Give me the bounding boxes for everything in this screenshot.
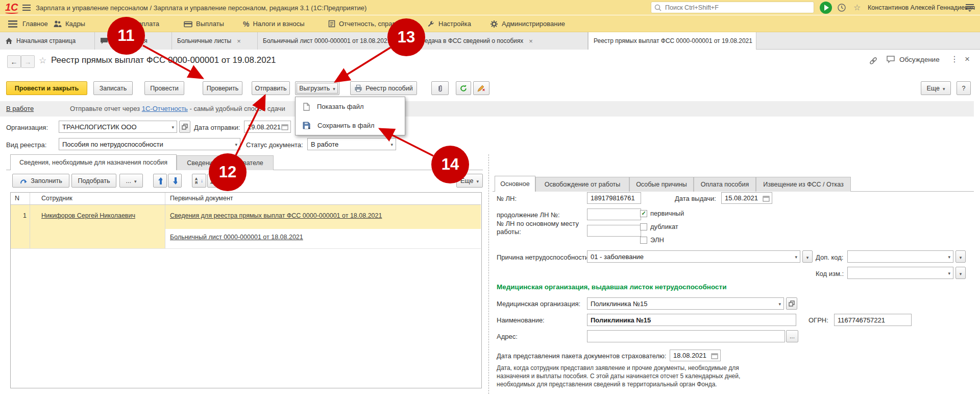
menu-item-nastroika[interactable]: Настройка bbox=[427, 15, 471, 32]
menu-item-glavnoe[interactable]: Главное bbox=[22, 15, 48, 32]
tab-osvobozhdenie[interactable]: Освобождение от работы bbox=[535, 177, 629, 192]
fill-button[interactable]: Заполнить bbox=[12, 174, 69, 188]
system-menu-icon[interactable] bbox=[22, 4, 31, 11]
doc-status-field[interactable]: В работе bbox=[307, 138, 396, 150]
send-button[interactable]: Отправить bbox=[252, 81, 290, 95]
package-date-field[interactable]: 18.08.2021 bbox=[670, 350, 721, 361]
duplicate-checkbox[interactable]: дубликат bbox=[640, 223, 678, 230]
history-icon[interactable] bbox=[837, 3, 846, 12]
move-up-button[interactable] bbox=[153, 174, 167, 188]
search-input[interactable] bbox=[664, 4, 811, 12]
primary-checkbox[interactable]: первичный bbox=[640, 210, 684, 217]
calendar-icon[interactable] bbox=[280, 122, 289, 131]
col-header-employee[interactable]: Сотрудник bbox=[41, 195, 72, 202]
menu-item-administrirovanie[interactable]: Администрирование bbox=[490, 15, 565, 32]
tab-home[interactable]: Начальная страница bbox=[0, 32, 95, 50]
more-button[interactable]: Еще bbox=[921, 81, 951, 95]
registry-info-link[interactable]: Сведения для реестра прямых выплат ФСС 0… bbox=[170, 212, 382, 219]
menu-item-kadry[interactable]: Кадры bbox=[53, 15, 85, 32]
sections-panel-icon[interactable] bbox=[8, 15, 17, 32]
attachments-button[interactable] bbox=[431, 81, 449, 95]
cause-list-button[interactable] bbox=[802, 250, 813, 263]
favorites-star-icon[interactable]: ☆ bbox=[853, 3, 861, 12]
calendar-icon[interactable] bbox=[762, 194, 771, 203]
chevron-down-icon[interactable] bbox=[795, 254, 797, 260]
help-button[interactable]: ? bbox=[957, 81, 971, 95]
user-name[interactable]: Константинов Алексей Геннадиевич bbox=[868, 4, 975, 11]
move-down-button[interactable] bbox=[168, 174, 182, 188]
chevron-down-icon[interactable] bbox=[235, 142, 237, 147]
chevron-down-icon[interactable] bbox=[948, 254, 950, 260]
discussion-button[interactable]: Обсуждение bbox=[886, 55, 940, 63]
tab-oplata-posobiya[interactable]: Оплата пособия bbox=[694, 177, 756, 192]
post-and-close-button[interactable]: Провести и закрыть bbox=[6, 81, 87, 95]
benefit-register-button[interactable]: Реестр пособий bbox=[350, 81, 417, 95]
1c-reporting-link[interactable]: 1С-Отчетность bbox=[142, 105, 188, 112]
signature-button[interactable]: × bbox=[473, 81, 489, 95]
calendar-icon[interactable] bbox=[710, 351, 719, 360]
post-button[interactable]: Провести bbox=[144, 81, 184, 95]
med-name-field[interactable]: Поликлиника №15 bbox=[587, 314, 796, 326]
tab-osobye-prichiny[interactable]: Особые причины bbox=[629, 177, 694, 192]
chevron-down-icon[interactable] bbox=[948, 271, 950, 276]
org-open-button[interactable] bbox=[179, 121, 190, 133]
close-form-icon[interactable]: × bbox=[965, 54, 970, 64]
global-search[interactable] bbox=[651, 2, 814, 13]
menu-item-nalogi[interactable]: % Налоги и взносы bbox=[243, 15, 305, 32]
tab-sick-leaves[interactable]: Больничные листы× bbox=[172, 32, 258, 50]
tab-osnovnoe[interactable]: Основное bbox=[495, 176, 535, 192]
favorite-star-icon[interactable]: ☆ bbox=[39, 55, 46, 66]
tab-fss-transfer[interactable]: Передача в ФСС сведений о пособиях× bbox=[408, 32, 588, 50]
ogrn-field[interactable]: 1167746757221 bbox=[834, 314, 912, 326]
med-org-open-button[interactable] bbox=[786, 297, 797, 310]
tab-benefit-info[interactable]: Сведения, необходимые для назначения пос… bbox=[10, 154, 177, 170]
tab-registry-active[interactable]: Реестр прямых выплат ФСС 0000-000001 от … bbox=[588, 32, 756, 50]
sort-asc-button[interactable]: АЯ↓ bbox=[192, 174, 206, 188]
pick-button[interactable]: Подобрать bbox=[71, 174, 116, 188]
export-button[interactable]: Выгрузить bbox=[295, 81, 339, 95]
close-tab-icon[interactable]: × bbox=[237, 37, 241, 45]
send-date-field[interactable]: 19.08.2021 bbox=[244, 121, 291, 133]
tab-sick-leave-doc[interactable]: Больничный лист 0000-000001 от 18.08.202… bbox=[258, 32, 408, 50]
mod-code-field[interactable] bbox=[847, 267, 953, 279]
org-field[interactable]: ТРАНСЛОГИСТИК ООО bbox=[59, 121, 177, 133]
add-code-list-button[interactable] bbox=[955, 250, 966, 263]
service-menu-icon[interactable] bbox=[966, 4, 974, 12]
link-icon[interactable] bbox=[869, 56, 878, 65]
continuation-field[interactable] bbox=[587, 208, 641, 220]
forward-button[interactable]: → bbox=[21, 55, 35, 68]
show-file-menu-item[interactable]: Показать файл bbox=[296, 97, 405, 116]
main-workplace-field[interactable] bbox=[587, 225, 641, 237]
address-ellipsis-button[interactable]: ... bbox=[786, 330, 798, 342]
med-org-field[interactable]: Поликлиника №15 bbox=[587, 297, 784, 310]
row-number[interactable]: 1 bbox=[15, 212, 27, 219]
ln-number-field[interactable]: 189179816761 bbox=[587, 192, 641, 204]
row-actions-button[interactable]: ... bbox=[119, 174, 143, 188]
refresh-button[interactable] bbox=[456, 81, 471, 95]
tab-izveschenie-fss[interactable]: Извещение из ФСС / Отказ bbox=[756, 177, 851, 192]
chevron-down-icon[interactable] bbox=[172, 125, 174, 130]
status-stage-link[interactable]: В работе bbox=[6, 105, 34, 112]
back-button[interactable]: ← bbox=[7, 55, 21, 68]
more-dots-icon[interactable]: ⋮ bbox=[950, 54, 959, 64]
registry-kind-field[interactable]: Пособия по нетрудоспособности bbox=[59, 138, 240, 150]
menu-item-vyplaty[interactable]: Выплаты bbox=[184, 15, 224, 32]
chevron-down-icon[interactable] bbox=[390, 142, 393, 147]
cause-field[interactable]: 01 - заболевание bbox=[587, 250, 800, 263]
issue-date-field[interactable]: 15.08.2021 bbox=[721, 192, 772, 204]
mod-code-list-button[interactable] bbox=[955, 267, 966, 279]
close-tab-icon[interactable]: × bbox=[529, 37, 533, 45]
panel-splitter[interactable] bbox=[488, 154, 489, 394]
employee-link[interactable]: Никифоров Сергей Николаевич bbox=[41, 212, 135, 219]
chevron-down-icon[interactable] bbox=[778, 302, 781, 307]
col-header-document[interactable]: Первичный документ bbox=[170, 195, 233, 202]
write-button[interactable]: Записать bbox=[93, 81, 133, 95]
eln-checkbox[interactable]: ЭЛН bbox=[640, 236, 664, 244]
add-code-field[interactable] bbox=[847, 250, 953, 263]
address-field[interactable] bbox=[587, 330, 785, 342]
sick-leave-link[interactable]: Больничный лист 0000-000001 от 18.08.202… bbox=[170, 234, 303, 241]
start-service-button[interactable] bbox=[820, 2, 832, 14]
check-button[interactable]: Проверить bbox=[203, 81, 242, 95]
col-header-n[interactable]: N bbox=[15, 195, 19, 202]
save-to-file-menu-item[interactable]: Сохранить в файл bbox=[296, 116, 405, 135]
